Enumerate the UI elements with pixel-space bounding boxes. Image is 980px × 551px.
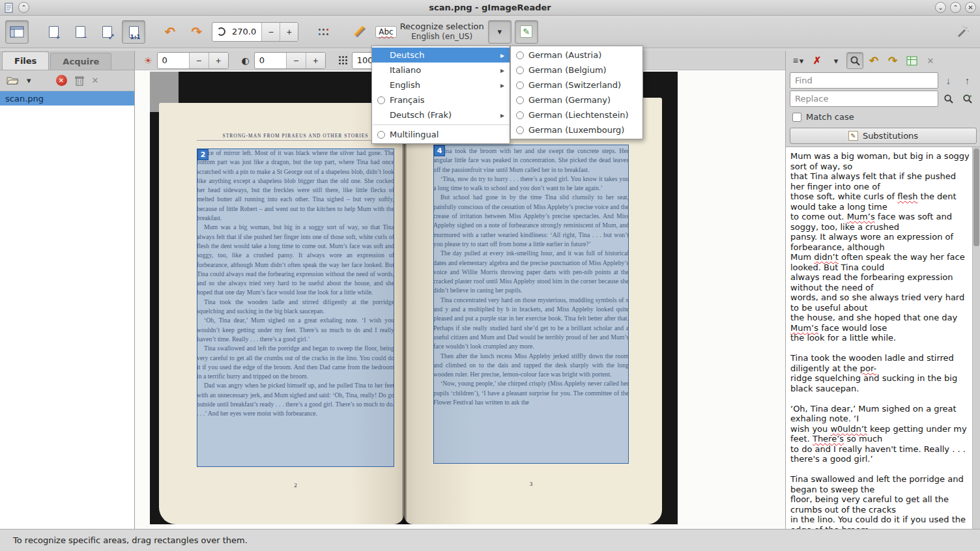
language-submenu-item-german-belgium-[interactable]: German (Belgium): [511, 63, 642, 78]
strip-options-dropdown[interactable]: ▾: [828, 52, 844, 69]
adjust-colors-button[interactable]: [348, 20, 371, 44]
find-next-button[interactable]: ↓: [940, 72, 957, 89]
brightness-decrease-button[interactable]: −: [189, 53, 209, 68]
insert-mode-button[interactable]: ≡ ▾: [790, 52, 807, 69]
controls-pane-icon: [10, 26, 24, 38]
radio-icon: [377, 131, 385, 139]
language-menu-item-italiano[interactable]: Italiano▸: [372, 63, 510, 78]
substitutions-button[interactable]: ✎ Substitutions: [790, 128, 977, 144]
contrast-decrease-button[interactable]: −: [286, 53, 306, 68]
save-output-button[interactable]: [903, 52, 920, 69]
rotation-value[interactable]: 270.0: [227, 27, 261, 36]
book-spine: [402, 98, 407, 524]
find-prev-button[interactable]: ↑: [958, 72, 976, 89]
chevron-down-icon: ▾: [834, 56, 839, 66]
selection-region-left[interactable]: 2: [197, 148, 394, 467]
rotate-right-icon: ↷: [192, 25, 203, 38]
output-scrollbar[interactable]: [972, 147, 980, 529]
files-panel: Files Acquire ▾ ✕ ✕ scan.png: [0, 51, 135, 529]
output-text-area[interactable]: Mum was a big woman, but big in a soggy …: [786, 147, 980, 529]
minimize-button[interactable]: ⌄: [935, 2, 946, 13]
replace-button[interactable]: [940, 91, 957, 107]
page-dots-icon: [318, 28, 329, 36]
strip-line-breaks-button[interactable]: ✗: [809, 52, 826, 69]
replace-input[interactable]: [790, 91, 938, 107]
match-case-row: Match case: [786, 107, 980, 124]
contrast-value[interactable]: 0: [255, 55, 286, 65]
language-submenu-item-german-luxembourg-[interactable]: German (Luxembourg): [511, 122, 642, 137]
find-replace-icon: [850, 55, 861, 66]
language-submenu-item-german-austria-[interactable]: German (Austria): [511, 48, 642, 63]
clear-output-button[interactable]: ✕: [922, 52, 939, 69]
file-list-item[interactable]: scan.png: [0, 91, 134, 106]
undo-icon: ↶: [869, 55, 878, 66]
open-folder-icon[interactable]: [7, 76, 19, 85]
remove-file-button[interactable]: ✕: [56, 75, 67, 86]
redo-button[interactable]: ↷: [884, 52, 901, 69]
page-selection-button[interactable]: [311, 20, 335, 44]
language-menu-item-deutsch-frak-[interactable]: Deutsch (Frak)▸: [372, 107, 510, 122]
window-shade-button[interactable]: ⌃: [18, 2, 29, 13]
file-list[interactable]: scan.png: [0, 91, 134, 529]
output-scrollbar-thumb[interactable]: [973, 148, 979, 246]
maximize-button[interactable]: ⌃: [950, 2, 961, 13]
menu-item-label: Deutsch (Frak): [390, 110, 497, 120]
language-submenu-item-german-germany-[interactable]: German (Germany): [511, 92, 642, 107]
brightness-icon: ☀: [144, 55, 152, 66]
menu-item-label: German (Belgium): [528, 65, 637, 75]
rotate-right-button[interactable]: ↷: [185, 20, 209, 44]
zoom-out-button[interactable]: [68, 20, 92, 44]
match-case-label: Match case: [806, 112, 854, 122]
undo-button[interactable]: ↶: [865, 52, 882, 69]
contrast-increase-button[interactable]: +: [306, 53, 325, 68]
zoom-fit-button[interactable]: [95, 20, 119, 44]
tab-acquire[interactable]: Acquire: [50, 53, 111, 70]
selection-region-right[interactable]: 4: [433, 145, 629, 464]
tab-files[interactable]: Files: [2, 51, 49, 70]
replace-all-icon: [962, 94, 973, 104]
menu-item-label: German (Switzerland): [528, 80, 637, 90]
match-case-checkbox[interactable]: [792, 113, 801, 122]
main-toolbar: ↶ ↷ 270.0 − + Abc Recognize selection En…: [0, 16, 980, 48]
language-menu-item-multilingual[interactable]: Multilingual: [372, 127, 510, 142]
menu-item-gutter: [515, 81, 525, 89]
menu-item-label: German (Austria): [528, 50, 637, 60]
resolution-icon: [339, 56, 347, 64]
close-button[interactable]: ✕: [965, 2, 976, 13]
replace-all-button[interactable]: [958, 91, 976, 107]
auto-layout-button[interactable]: [951, 20, 975, 44]
brightness-increase-button[interactable]: +: [209, 53, 228, 68]
rotation-increase-button[interactable]: +: [280, 23, 298, 41]
recognize-button[interactable]: Abc Recognize selection English (en_US): [375, 20, 484, 44]
output-pane-toggle-button[interactable]: ✎: [515, 20, 538, 44]
language-submenu-item-german-switzerland-[interactable]: German (Switzerland): [511, 78, 642, 92]
titlebar: ⌃ scan.png - gImageReader ⌄ ⌃ ✕: [0, 0, 980, 16]
find-replace-toggle[interactable]: [846, 52, 863, 69]
zoom-in-button[interactable]: [42, 20, 65, 44]
rotation-decrease-button[interactable]: −: [261, 23, 280, 41]
recognize-language-dropdown-button[interactable]: ▾: [488, 20, 512, 44]
selection-region-left-number: 2: [197, 149, 209, 160]
clear-files-icon[interactable]: ✕: [92, 76, 99, 85]
language-menu-item-deutsch[interactable]: Deutsch▸: [372, 48, 510, 63]
language-menu-item-fran-ais[interactable]: Français: [372, 92, 510, 107]
zoom-original-button[interactable]: [122, 20, 145, 44]
menu-item-label: German (Luxembourg): [528, 125, 637, 135]
output-panel: ≡ ▾ ✗ ▾ ↶ ↷ ✕ ↓ ↑: [785, 51, 980, 529]
language-menu-item-english[interactable]: English▸: [372, 78, 510, 92]
find-input[interactable]: [790, 72, 938, 89]
rotation-angle-icon: [217, 27, 225, 36]
titlebar-right: ⌄ ⌃ ✕: [935, 2, 976, 13]
status-message: To recognize specific areas, drag rectan…: [13, 535, 248, 545]
menu-item-label: English: [390, 80, 497, 90]
delete-file-icon[interactable]: [75, 76, 84, 86]
rotation-spinbox: 270.0 − +: [212, 22, 298, 42]
submenu-arrow-icon: ▸: [500, 111, 504, 120]
open-dropdown-icon[interactable]: ▾: [27, 76, 31, 85]
brightness-value[interactable]: 0: [158, 55, 189, 65]
tab-acquire-label: Acquire: [63, 57, 99, 66]
show-controls-toggle[interactable]: [5, 20, 29, 44]
ocr-text[interactable]: Mum was a big woman, but big in a soggy …: [786, 147, 972, 529]
rotate-left-button[interactable]: ↶: [158, 20, 182, 44]
language-submenu-item-german-liechtenstein-[interactable]: German (Liechtenstein): [511, 107, 642, 122]
